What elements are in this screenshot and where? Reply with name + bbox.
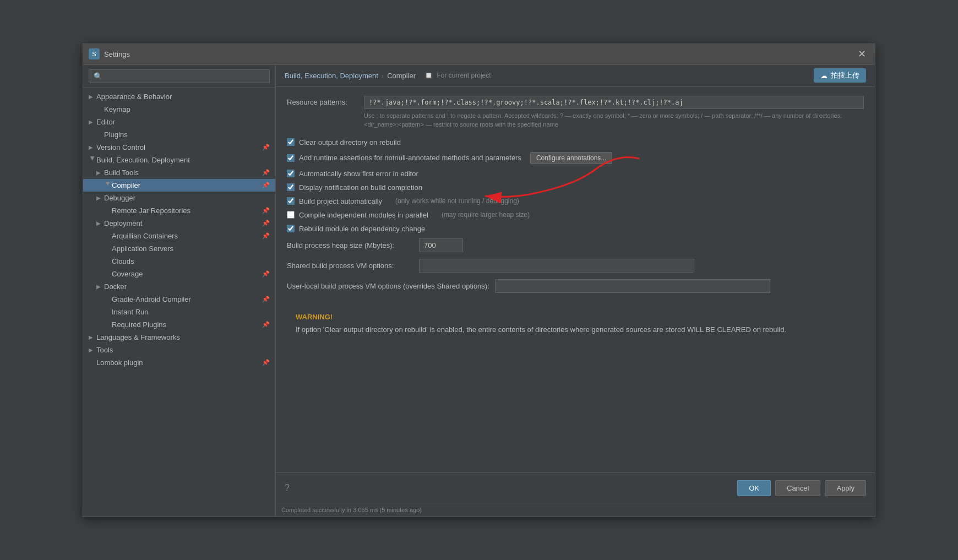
sidebar-item-build-exec[interactable]: ▶ Build, Execution, Deployment	[83, 154, 275, 166]
arrow-placeholder	[104, 322, 112, 328]
sidebar-item-arquillian[interactable]: Arquillian Containers 📌	[83, 230, 275, 242]
checkbox-auto-show[interactable]	[287, 170, 295, 177]
pin-icon: 📌	[262, 270, 270, 278]
sidebar-item-build-tools[interactable]: ▶ Build Tools 📌	[83, 166, 275, 179]
pin-icon: 📌	[262, 169, 270, 176]
arrow-placeholder	[104, 208, 112, 214]
project-icon: 🔲	[424, 72, 433, 79]
sidebar-item-tools[interactable]: ▶ Tools	[83, 344, 275, 356]
upload-icon: ☁	[820, 72, 828, 80]
pin-icon: 📌	[262, 359, 270, 366]
sidebar-item-editor[interactable]: ▶ Editor	[83, 116, 275, 128]
titlebar: S Settings ✕	[83, 44, 875, 65]
sidebar-item-docker[interactable]: ▶ Docker	[83, 280, 275, 293]
sidebar-item-keymap[interactable]: Keymap	[83, 103, 275, 116]
checkbox-row-rebuild-module: Rebuild module on dependency change	[287, 225, 864, 233]
sidebar-item-label: Lombok plugin	[96, 358, 262, 367]
checkbox-label: Build project automatically	[299, 197, 382, 205]
resource-patterns-block: Use ; to separate patterns and ! to nega…	[364, 96, 864, 129]
search-input[interactable]	[89, 69, 270, 83]
checkbox-compile-parallel[interactable]	[287, 211, 295, 219]
arrow-icon: ▶	[89, 347, 96, 353]
sidebar-item-plugins[interactable]: Plugins	[83, 128, 275, 141]
pin-icon: 📌	[262, 182, 270, 189]
sidebar-item-deployment[interactable]: ▶ Deployment 📌	[83, 217, 275, 230]
status-bar: Completed successfully in 3.065 ms (5 mi…	[276, 503, 875, 516]
sidebar-item-label: Languages & Frameworks	[96, 333, 270, 341]
user-vm-label: User-local build process VM options (ove…	[287, 282, 489, 290]
sidebar-item-compiler[interactable]: ▶ Compiler 📌	[83, 179, 275, 192]
upload-button[interactable]: ☁ 拍搜上传	[814, 68, 866, 83]
arrow-placeholder	[96, 132, 104, 138]
pin-icon: 📌	[262, 220, 270, 227]
sidebar-item-app-servers[interactable]: Application Servers	[83, 242, 275, 255]
cancel-button[interactable]: Cancel	[775, 480, 820, 496]
breadcrumb-parent[interactable]: Build, Execution, Deployment	[285, 72, 378, 80]
sidebar-item-label: Clouds	[112, 257, 270, 265]
ok-button[interactable]: OK	[737, 480, 771, 496]
checkbox-row-display-notification: Display notification on build completion	[287, 183, 864, 192]
sidebar-item-instant-run[interactable]: Instant Run	[83, 306, 275, 318]
heap-size-input[interactable]	[419, 238, 463, 252]
sidebar-item-gradle-android[interactable]: Gradle-Android Compiler 📌	[83, 293, 275, 306]
sidebar-item-lombok[interactable]: Lombok plugin 📌	[83, 356, 275, 369]
sidebar-item-label: Build Tools	[104, 168, 262, 177]
checkbox-label: Automatically show first error in editor	[299, 170, 418, 178]
pin-icon: 📌	[262, 144, 270, 151]
arrow-placeholder	[104, 296, 112, 302]
help-icon[interactable]: ?	[285, 483, 290, 493]
sidebar-item-version-control[interactable]: ▶ Version Control 📌	[83, 141, 275, 154]
breadcrumb-project: 🔲 For current project	[424, 72, 491, 79]
sidebar-item-languages[interactable]: ▶ Languages & Frameworks	[83, 331, 275, 344]
tree: ▶ Appearance & Behavior Keymap ▶ Editor …	[83, 88, 275, 516]
arrow-icon: ▶	[89, 119, 96, 125]
content-area: Resource patterns: Use ; to separate pat…	[276, 87, 875, 472]
main-content: Build, Execution, Deployment › Compiler …	[276, 65, 875, 516]
status-text: Completed successfully in 3.065 ms (5 mi…	[281, 507, 422, 513]
user-vm-row: User-local build process VM options (ove…	[287, 279, 864, 293]
checkbox-label: Clear output directory on rebuild	[299, 138, 401, 146]
configure-annotations-button[interactable]: Configure annotations...	[530, 152, 612, 164]
arrow-placeholder	[104, 246, 112, 252]
sidebar-item-label: Compiler	[112, 181, 262, 189]
warning-block: WARNING! If option 'Clear output directo…	[287, 306, 864, 342]
breadcrumb-bar: Build, Execution, Deployment › Compiler …	[276, 65, 875, 87]
resource-patterns-row: Resource patterns: Use ; to separate pat…	[287, 96, 864, 129]
checkbox-display-notification[interactable]	[287, 183, 295, 191]
checkbox-label: Display notification on build completion	[299, 183, 422, 192]
user-vm-input[interactable]	[495, 279, 770, 293]
sidebar-item-label: Application Servers	[112, 244, 270, 253]
checkbox-rebuild-module[interactable]	[287, 225, 295, 232]
sidebar-item-label: Build, Execution, Deployment	[96, 156, 270, 164]
content-wrapper: Resource patterns: Use ; to separate pat…	[276, 87, 875, 472]
checkbox-clear-output[interactable]	[287, 138, 295, 146]
sidebar-item-debugger[interactable]: ▶ Debugger	[83, 192, 275, 204]
sidebar-item-clouds[interactable]: Clouds	[83, 255, 275, 268]
resource-patterns-label: Resource patterns:	[287, 96, 358, 106]
arrow-icon: ▶	[90, 156, 96, 164]
checkbox-add-runtime[interactable]	[287, 154, 295, 162]
app-icon: S	[89, 48, 100, 59]
sidebar-item-label: Tools	[96, 346, 270, 354]
sidebar-item-label: Editor	[96, 118, 270, 126]
sidebar-item-remote-jar[interactable]: Remote Jar Repositories 📌	[83, 204, 275, 217]
sidebar-item-label: Deployment	[104, 219, 262, 227]
checkbox-build-auto[interactable]	[287, 197, 295, 205]
resource-patterns-input[interactable]	[364, 96, 864, 109]
shared-vm-label: Shared build process VM options:	[287, 262, 413, 270]
sidebar-item-required-plugins[interactable]: Required Plugins 📌	[83, 318, 275, 331]
apply-button[interactable]: Apply	[825, 480, 866, 496]
pin-icon: 📌	[262, 207, 270, 214]
sidebar-item-coverage[interactable]: Coverage 📌	[83, 268, 275, 280]
arrow-placeholder	[104, 309, 112, 315]
pin-icon: 📌	[262, 321, 270, 328]
arrow-icon: ▶	[96, 195, 104, 201]
shared-vm-input[interactable]	[419, 259, 694, 273]
checkbox-row-add-runtime: Add runtime assertions for notnull-annot…	[287, 152, 864, 164]
sidebar-item-appearance[interactable]: ▶ Appearance & Behavior	[83, 90, 275, 103]
sidebar-item-label: Coverage	[112, 270, 262, 278]
side-note: (may require larger heap size)	[442, 211, 530, 219]
warning-text: If option 'Clear output directory on reb…	[296, 324, 855, 336]
close-button[interactable]: ✕	[854, 48, 869, 60]
checkbox-row-clear-output: Clear output directory on rebuild	[287, 138, 864, 146]
